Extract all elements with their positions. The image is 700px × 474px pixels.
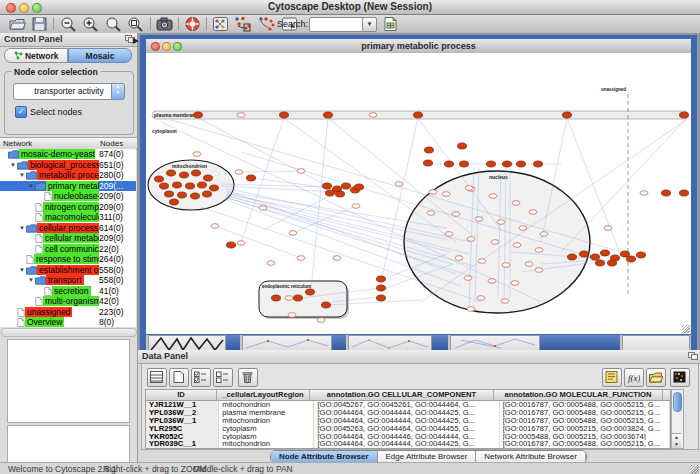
- graph-node[interactable]: [489, 194, 497, 199]
- graph-node[interactable]: [680, 112, 689, 118]
- graph-node[interactable]: [427, 211, 435, 216]
- tree-item-nitrogen-compo[interactable]: nitrogen compo209(0): [0, 202, 136, 213]
- layout-icon[interactable]: [234, 16, 251, 32]
- function-builder-icon[interactable]: f(x): [624, 368, 644, 387]
- tree-item-response-to-stimul[interactable]: response to stimul264(0): [0, 254, 136, 265]
- layout-edge-icon[interactable]: [258, 16, 275, 32]
- open-session-icon[interactable]: [9, 16, 26, 32]
- search-input[interactable]: [309, 17, 365, 32]
- graph-node[interactable]: [529, 210, 537, 215]
- graph-node[interactable]: [525, 262, 533, 267]
- graph-node[interactable]: [289, 231, 297, 236]
- select-nodes-checkbox[interactable]: ✓: [15, 106, 27, 118]
- graph-node[interactable]: [475, 217, 483, 222]
- graph-node[interactable]: [297, 256, 305, 261]
- graph-node[interactable]: [297, 169, 305, 174]
- graph-node[interactable]: [377, 295, 386, 301]
- table-row[interactable]: YKR052Ccytoplasm[GO:0044464, GO:0044446,…: [146, 433, 670, 441]
- graph-node[interactable]: [155, 176, 164, 182]
- tree-item-macromolecule[interactable]: macromolecule311(0): [0, 212, 136, 223]
- column-header[interactable]: ID: [146, 390, 217, 400]
- graph-node[interactable]: [186, 183, 195, 189]
- graph-node[interactable]: [369, 113, 377, 118]
- graph-node[interactable]: [323, 183, 332, 189]
- graph-node[interactable]: [596, 260, 605, 266]
- graph-node[interactable]: [511, 281, 519, 286]
- snapshot-icon[interactable]: [156, 16, 173, 32]
- graph-node[interactable]: [247, 175, 256, 181]
- graph-node[interactable]: [180, 172, 189, 178]
- graph-node[interactable]: [519, 226, 527, 231]
- graph-node[interactable]: [294, 295, 303, 301]
- canvas-resize-grip[interactable]: [682, 325, 690, 333]
- network-overview-icon[interactable]: [212, 16, 229, 32]
- graph-node[interactable]: [425, 147, 434, 153]
- graph-node[interactable]: [445, 161, 454, 167]
- network-canvas[interactable]: plasma membrane cytoplasm mitochondrion …: [146, 53, 691, 334]
- graph-node[interactable]: [165, 191, 174, 197]
- table-vertical-scrollbar[interactable]: ▲▼: [671, 389, 684, 449]
- tree-item-biological-process[interactable]: ▼biological_process651(0): [0, 160, 136, 171]
- graph-node[interactable]: [191, 193, 200, 199]
- background-window[interactable]: [450, 335, 540, 350]
- graph-node[interactable]: [534, 161, 543, 167]
- tree-item-multi-organism-pro[interactable]: multi-organism pro42(0): [0, 296, 136, 307]
- graph-node[interactable]: [336, 191, 345, 197]
- graph-node[interactable]: [563, 112, 572, 118]
- graph-node[interactable]: [535, 268, 543, 273]
- zoom-out-icon[interactable]: [60, 16, 77, 32]
- graph-node[interactable]: [352, 204, 360, 209]
- graph-node[interactable]: [355, 184, 364, 190]
- graph-node[interactable]: [477, 296, 485, 301]
- graph-node[interactable]: [267, 261, 275, 266]
- column-header[interactable]: annotation.GO MOLECULAR_FUNCTION: [494, 390, 663, 400]
- graph-node[interactable]: [204, 175, 213, 181]
- network-window-titlebar[interactable]: primary metabolic process: [146, 39, 691, 54]
- graph-node[interactable]: [662, 190, 671, 196]
- save-session-icon[interactable]: [31, 16, 48, 32]
- graph-node[interactable]: [333, 256, 341, 261]
- graph-node[interactable]: [280, 112, 289, 118]
- column-header[interactable]: annotation.GO CELLULAR_COMPONENT: [310, 390, 494, 400]
- graph-node[interactable]: [173, 182, 182, 188]
- tree-item-secretion[interactable]: secretion41(0): [0, 286, 136, 297]
- graph-node[interactable]: [517, 161, 526, 167]
- column-header[interactable]: _cellularLayoutRegion: [217, 390, 310, 400]
- notes-icon[interactable]: [602, 368, 622, 387]
- graph-node[interactable]: [414, 112, 423, 118]
- graph-node[interactable]: [306, 289, 315, 295]
- node-color-dropdown[interactable]: transporter activity ▲▼: [13, 83, 125, 100]
- graph-node[interactable]: [680, 190, 689, 196]
- table-row[interactable]: YLR295Ccytoplasm[GO:0045263, GO:0044464,…: [146, 425, 670, 433]
- disclosure-triangle-icon[interactable]: ▼: [18, 223, 26, 233]
- create-attribute-icon[interactable]: [169, 368, 189, 387]
- graph-node[interactable]: [237, 241, 245, 246]
- column-nodes[interactable]: Nodes: [100, 139, 123, 148]
- attribute-select-icon[interactable]: [147, 368, 167, 387]
- graph-node[interactable]: [601, 250, 610, 256]
- graph-node[interactable]: [501, 299, 509, 304]
- graph-node[interactable]: [198, 182, 207, 188]
- graph-node[interactable]: [424, 160, 433, 166]
- graph-node[interactable]: [342, 183, 351, 189]
- disclosure-triangle-icon[interactable]: ▼: [27, 275, 35, 285]
- background-window[interactable]: [242, 335, 332, 350]
- disclosure-triangle-icon[interactable]: ▼: [18, 170, 26, 180]
- background-window[interactable]: [148, 335, 226, 350]
- graph-node[interactable]: [272, 295, 281, 301]
- table-row[interactable]: YDR039C__1mitochondrion[GO:0044464, GO:0…: [146, 440, 670, 448]
- graph-node[interactable]: [467, 307, 475, 312]
- graph-node[interactable]: [445, 232, 453, 237]
- graph-node[interactable]: [442, 192, 450, 197]
- graph-node[interactable]: [160, 183, 169, 189]
- graph-node[interactable]: [513, 243, 521, 248]
- tree-item-mosaic-demo-yeast[interactable]: mosaic-demo-yeast874(0): [0, 149, 136, 160]
- import-attributes-icon[interactable]: [646, 368, 666, 387]
- graph-node[interactable]: [497, 220, 505, 225]
- scrollbar-arrows-icon[interactable]: ▲▼: [672, 433, 681, 448]
- graph-node[interactable]: [478, 259, 486, 264]
- graph-node[interactable]: [235, 170, 243, 175]
- tree-item-transport[interactable]: ▼transport558(0): [0, 275, 136, 286]
- graph-node[interactable]: [627, 256, 636, 262]
- zoom-selected-icon[interactable]: [105, 16, 122, 32]
